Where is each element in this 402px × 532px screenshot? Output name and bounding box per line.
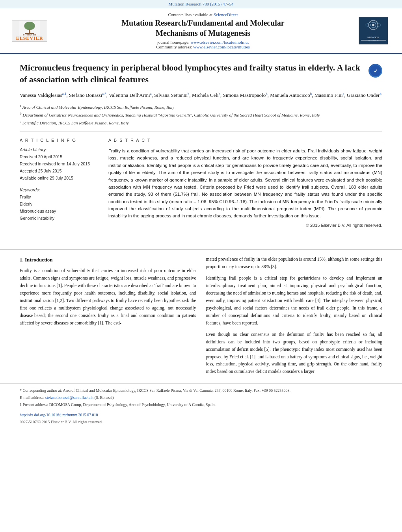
- email-link[interactable]: stefano.bonassi@sanraffaele.it: [45, 395, 93, 400]
- journal-top-bar: Mutation Research 780 (2015) 47–54: [0, 0, 402, 8]
- copyright-bottom: 0027-5107/© 2015 Elsevier B.V. All right…: [0, 419, 402, 427]
- journal-thumb-svg: MUTATION RESEARCH: [359, 17, 388, 44]
- footnote-email: E-mail address: stefano.bonassi@sanraffa…: [20, 395, 382, 400]
- journal-header-center: Contents lists available at ScienceDirec…: [51, 12, 355, 49]
- article-content: Micronucleus frequency in peripheral blo…: [0, 54, 402, 243]
- intro-para-2: mated prevalence of frailty in the elder…: [206, 256, 383, 271]
- contents-line: Contents lists available at ScienceDirec…: [51, 12, 355, 17]
- crossmark-icon[interactable]: ✓: [368, 64, 382, 78]
- svg-point-8: [372, 24, 374, 26]
- footnotes-area: * Corresponding author at: Area of Clini…: [0, 383, 402, 411]
- history-received: Received 20 April 2015: [20, 154, 99, 161]
- elsevier-logo-box: ELSEVIER ELSEVIER: [12, 20, 47, 42]
- article-history-label: Article history:: [20, 147, 99, 152]
- article-info-column: A R T I C L E I N F O Article history: R…: [20, 138, 99, 228]
- journal-header: ELSEVIER ELSEVIER Contents lists availab…: [0, 8, 402, 54]
- svg-text:✓: ✓: [373, 68, 378, 74]
- journal-volume-info: Mutation Research 780 (2015) 47–54: [169, 2, 234, 6]
- intro-heading: 1. Introduction: [20, 256, 196, 264]
- article-info-heading: A R T I C L E I N F O: [20, 138, 99, 144]
- science-direct-link[interactable]: ScienceDirect: [214, 12, 238, 17]
- affiliations: a Area of Clinical and Molecular Epidemi…: [20, 103, 382, 132]
- abstract-heading: A B S T R A C T: [108, 138, 382, 144]
- community-url-link[interactable]: www.elsevier.com/locate/mutres: [193, 44, 249, 49]
- article-title-section: Micronucleus frequency in peripheral blo…: [20, 62, 382, 85]
- homepage-url-link[interactable]: www.elsevier.com/locate/molmut: [191, 40, 249, 44]
- svg-rect-2: [29, 29, 30, 33]
- keywords-label: Keywords:: [20, 187, 99, 192]
- article-history-text: Received 20 April 2015 Received in revis…: [20, 154, 99, 182]
- affil-a: a Area of Clinical and Molecular Epidemi…: [20, 103, 382, 110]
- journal-title: Mutation Research/Fundamental and Molecu…: [51, 18, 355, 38]
- keyword-frailty: Frailty: [20, 194, 99, 201]
- authors-line: Vanessa Valdiglesiasa,1, Stefano Bonassi…: [20, 91, 382, 100]
- footnote-star: * Corresponding author at: Area of Clini…: [20, 387, 382, 393]
- doi-area: http://dx.doi.org/10.1016/j.mrfmmm.2015.…: [0, 411, 402, 419]
- keywords-section: Keywords: Frailty Elderly Micronucleus a…: [20, 187, 99, 222]
- affil-b: b Department of Geriatrics Neurosciences…: [20, 111, 382, 118]
- body-content: 1. Introduction Frailty is a condition o…: [0, 256, 402, 380]
- section-divider: [0, 249, 402, 250]
- article-title: Micronucleus frequency in peripheral blo…: [20, 62, 363, 85]
- article-history-section: Article history: Received 20 April 2015 …: [20, 147, 99, 182]
- footnote-1: 1 Present address: DICOMOSA Group, Depar…: [20, 402, 382, 408]
- history-online: Available online 29 July 2015: [20, 175, 99, 182]
- intro-para-1: Frailty is a condition of vulnerability …: [20, 267, 196, 327]
- intro-para-4: Even though no clear consensus on the de…: [206, 331, 383, 376]
- journal-thumbnail: MUTATION RESEARCH: [359, 17, 390, 44]
- article-info-abstract-section: A R T I C L E I N F O Article history: R…: [20, 138, 382, 228]
- journal-thumb-image: MUTATION RESEARCH: [359, 17, 388, 44]
- crossmark-svg: ✓: [370, 65, 382, 77]
- elsevier-label: ELSEVIER: [16, 35, 43, 41]
- svg-point-1: [24, 22, 35, 30]
- intro-para-3: Identifying frail people is a critical s…: [206, 274, 383, 327]
- abstract-text: Frailty is a condition of vulnerability …: [108, 147, 382, 220]
- keywords-list: Frailty Elderly Micronucleus assay Genom…: [20, 194, 99, 222]
- svg-text:RESEARCH: RESEARCH: [368, 40, 379, 42]
- history-revised: Received in revised form 14 July 2015: [20, 161, 99, 168]
- elsevier-svg: ELSEVIER: [16, 20, 43, 35]
- elsevier-logo: ELSEVIER ELSEVIER: [12, 20, 47, 42]
- body-col-right: mated prevalence of frailty in the elder…: [206, 256, 383, 380]
- keyword-genomic: Genomic instability: [20, 215, 99, 222]
- svg-text:MUTATION: MUTATION: [367, 36, 379, 39]
- affil-c: c Scientific Direction, IRCCS San Raffae…: [20, 119, 382, 126]
- keyword-elderly: Elderly: [20, 201, 99, 208]
- history-accepted: Accepted 25 July 2015: [20, 168, 99, 175]
- body-col-left: 1. Introduction Frailty is a condition o…: [20, 256, 196, 380]
- journal-links: journal homepage: www.elsevier.com/locat…: [51, 40, 355, 49]
- abstract-copyright: © 2015 Elsevier B.V. All rights reserved…: [108, 223, 382, 228]
- keyword-micronucleus: Micronucleus assay: [20, 208, 99, 215]
- doi-link[interactable]: http://dx.doi.org/10.1016/j.mrfmmm.2015.…: [20, 413, 98, 417]
- svg-rect-5: [359, 17, 388, 44]
- page: Mutation Research 780 (2015) 47–54 ELSEV…: [0, 0, 402, 532]
- abstract-column: A B S T R A C T Frailty is a condition o…: [108, 138, 382, 228]
- crossmark-box: ✓: [368, 64, 382, 78]
